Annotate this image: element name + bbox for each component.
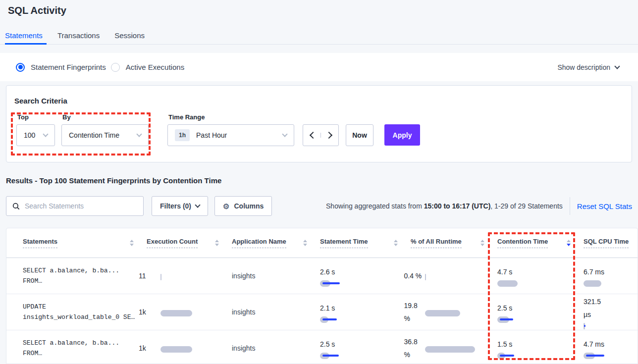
gear-icon: ⚙ bbox=[223, 203, 229, 210]
table-row: UPDATEinsights_workload_table_0 SE… 1k i… bbox=[6, 294, 638, 330]
runtime-pct-cell: 19.8 % bbox=[411, 294, 497, 330]
contention-time-bar bbox=[497, 316, 584, 323]
chevron-down-icon bbox=[282, 131, 287, 137]
table-row: SELECT a.balance, b.ba...FROM… 11 insigh… bbox=[6, 258, 638, 294]
tab-statements[interactable]: Statements bbox=[5, 27, 43, 44]
runtime-pct-bar bbox=[425, 346, 504, 353]
column-header-statement-time[interactable]: Statement Time bbox=[320, 238, 411, 248]
top-label: Top bbox=[17, 113, 29, 121]
view-mode-panel: Statement Fingerprints Active Executions… bbox=[0, 53, 638, 81]
column-header-application-name[interactable]: Application Name bbox=[232, 238, 320, 248]
chevron-down-icon bbox=[136, 131, 142, 137]
application-name-cell: insights bbox=[232, 294, 320, 330]
page-title: SQL Activity bbox=[8, 5, 66, 16]
toolbar-divider bbox=[570, 197, 570, 215]
statement-link[interactable]: SELECT a.balance, b.ba...FROM… bbox=[6, 258, 147, 294]
execution-count-bar bbox=[160, 346, 240, 353]
statement-link[interactable]: SELECT a.balance, b.ba...FROM… bbox=[6, 330, 147, 364]
execution-count-bar bbox=[160, 310, 240, 316]
statements-table: Statements Execution Count Application N… bbox=[6, 228, 638, 364]
previous-range-button[interactable] bbox=[303, 133, 320, 138]
by-label: By bbox=[62, 113, 71, 121]
execution-count-bar bbox=[160, 274, 240, 280]
runtime-pct-cell: 36.8 % bbox=[411, 330, 497, 364]
aggregated-stats-text: Showing aggregated stats from 15:00 to 1… bbox=[326, 202, 563, 210]
radio-unselected-icon bbox=[111, 63, 120, 72]
column-header-execution-count[interactable]: Execution Count bbox=[147, 238, 232, 248]
reset-sql-stats-link[interactable]: Reset SQL Stats bbox=[577, 202, 632, 210]
sql-cpu-time-cell: 6.7 ms bbox=[584, 258, 638, 294]
search-criteria-panel: Search Criteria Top 100 By Contention Ti… bbox=[6, 85, 632, 162]
runtime-pct-cell: 0.4 % bbox=[411, 258, 497, 294]
sort-icon bbox=[303, 240, 307, 246]
application-name-cell: insights bbox=[232, 258, 320, 294]
sql-cpu-time-cell: 4.7 ms bbox=[584, 330, 638, 364]
time-range-badge: 1h bbox=[175, 129, 190, 141]
show-description-toggle[interactable]: Show description bbox=[557, 63, 619, 71]
execution-count-cell: 1k bbox=[147, 330, 232, 364]
search-icon bbox=[12, 203, 20, 210]
column-header-sql-cpu-time[interactable]: SQL CPU Time bbox=[584, 238, 638, 248]
table-header-row: Statements Execution Count Application N… bbox=[6, 228, 638, 258]
sql-cpu-time-cell: 321.5 µs bbox=[584, 294, 638, 330]
statement-time-cell: 2.5 s bbox=[320, 330, 411, 364]
time-range-label: Time Range bbox=[168, 113, 205, 121]
sort-icon bbox=[394, 240, 398, 246]
sql-activity-page: SQL Activity Statements Transactions Ses… bbox=[0, 0, 638, 364]
table-row: SELECT a.balance, b.ba...FROM… 1k insigh… bbox=[6, 330, 638, 364]
time-range-select[interactable]: 1h Past Hour bbox=[167, 124, 294, 146]
application-name-cell: insights bbox=[232, 330, 320, 364]
radio-statement-fingerprints[interactable]: Statement Fingerprints bbox=[16, 63, 106, 72]
tab-transactions[interactable]: Transactions bbox=[57, 27, 100, 44]
radio-active-executions[interactable]: Active Executions bbox=[111, 63, 184, 72]
runtime-pct-bar bbox=[425, 274, 504, 280]
chevron-down-icon bbox=[195, 202, 200, 208]
statement-time-bar bbox=[320, 353, 411, 359]
search-statements-box[interactable] bbox=[6, 196, 144, 216]
contention-time-bar bbox=[497, 353, 584, 359]
chevron-down-icon bbox=[614, 63, 620, 69]
filters-button[interactable]: Filters (0) bbox=[152, 196, 208, 216]
sort-icon bbox=[480, 240, 484, 246]
chevron-down-icon bbox=[43, 131, 48, 137]
column-header-runtime-pct[interactable]: % of All Runtime bbox=[411, 238, 497, 248]
time-range-stepper bbox=[303, 124, 339, 146]
now-button[interactable]: Now bbox=[346, 124, 373, 146]
sql-cpu-time-bar bbox=[584, 323, 638, 329]
execution-count-cell: 1k bbox=[147, 294, 232, 330]
results-toolbar: Filters (0) ⚙ Columns Showing aggregated… bbox=[6, 196, 632, 216]
statement-time-cell: 2.1 s bbox=[320, 294, 411, 330]
tab-sessions[interactable]: Sessions bbox=[114, 27, 145, 44]
search-statements-input[interactable] bbox=[25, 202, 137, 210]
execution-count-cell: 11 bbox=[147, 258, 232, 294]
apply-button[interactable]: Apply bbox=[384, 124, 420, 146]
search-criteria-title: Search Criteria bbox=[14, 97, 67, 105]
top-select[interactable]: 100 bbox=[16, 124, 55, 146]
chevron-left-icon bbox=[309, 132, 316, 139]
statement-time-cell: 2.6 s bbox=[320, 258, 411, 294]
statement-link[interactable]: UPDATEinsights_workload_table_0 SE… bbox=[6, 294, 147, 330]
sql-cpu-time-bar bbox=[584, 353, 638, 359]
tab-bar: Statements Transactions Sessions bbox=[0, 27, 638, 45]
results-heading: Results - Top 100 Statement Fingerprints… bbox=[6, 176, 221, 185]
runtime-pct-bar bbox=[425, 310, 504, 316]
column-header-contention-time[interactable]: Contention Time bbox=[497, 238, 584, 248]
sort-desc-icon bbox=[567, 240, 571, 246]
by-select[interactable]: Contention Time bbox=[61, 124, 149, 146]
columns-button[interactable]: ⚙ Columns bbox=[214, 196, 272, 216]
sql-cpu-time-bar bbox=[584, 280, 638, 287]
chevron-right-icon bbox=[325, 132, 332, 139]
statement-time-bar bbox=[320, 280, 411, 287]
contention-time-cell: 2.5 s bbox=[497, 294, 584, 330]
statement-time-bar bbox=[320, 316, 411, 323]
contention-time-cell: 1.5 s bbox=[497, 330, 584, 364]
next-range-button[interactable] bbox=[320, 133, 338, 138]
sort-icon bbox=[215, 240, 219, 246]
sort-icon bbox=[130, 240, 134, 246]
contention-time-bar bbox=[497, 280, 584, 287]
contention-time-cell: 4.7 s bbox=[497, 258, 584, 294]
column-header-statements[interactable]: Statements bbox=[6, 238, 147, 248]
radio-selected-icon bbox=[16, 63, 25, 72]
